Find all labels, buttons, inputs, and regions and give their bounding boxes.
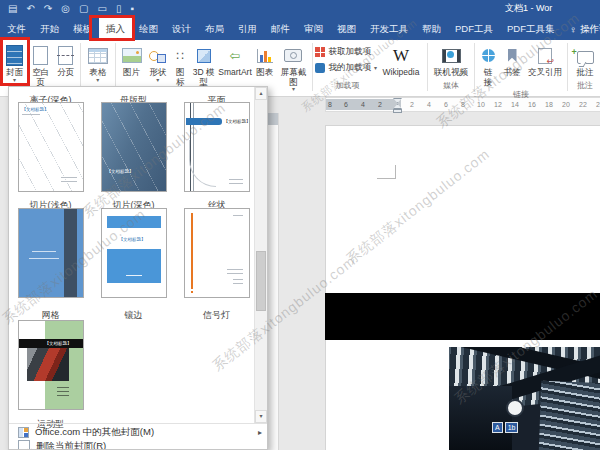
ruler-number: 4	[427, 101, 431, 108]
save-icon[interactable]: ▤	[8, 1, 17, 17]
station-photo[interactable]: A 1b	[449, 347, 600, 450]
icons-button[interactable]: ∷ 图 标	[170, 42, 190, 88]
cover-thumb-semaphore	[184, 208, 250, 298]
undo-icon[interactable]: ↶	[26, 1, 34, 17]
tab-file[interactable]: 文件	[0, 18, 33, 40]
scroll-down-icon[interactable]: ▾	[255, 410, 267, 423]
gallery-item-semaphore[interactable]	[175, 208, 258, 298]
open-icon[interactable]: ▭	[97, 1, 106, 17]
wikipedia-button[interactable]: W Wikipedia	[377, 42, 425, 79]
menu-more-covers[interactable]: Office.com 中的其他封面(M) ▸	[9, 425, 267, 440]
tab-design[interactable]: 设计	[165, 18, 198, 40]
cover-page-button[interactable]: 封面 ▾	[2, 42, 27, 84]
gallery-item-filament[interactable]: 【文档标题】	[175, 102, 258, 192]
scrollbar-thumb[interactable]	[256, 251, 266, 311]
title-bar: ▤ ↶ ↷ ◎ ▢ ▭ ▯ ▪ 文档1 - Wor	[0, 0, 600, 18]
cross-reference-icon	[538, 48, 552, 64]
gallery-item-motion[interactable]: 【文档标题】	[9, 320, 92, 410]
wikipedia-icon: W	[393, 47, 409, 65]
page-break-icon	[58, 46, 73, 65]
tab-view[interactable]: 视图	[330, 18, 363, 40]
table-icon	[88, 48, 108, 64]
gallery-item-grid[interactable]	[9, 208, 92, 298]
page-break-button[interactable]: 分页	[54, 42, 77, 79]
photo-escalator	[538, 381, 600, 450]
left-indent-marker[interactable]	[393, 109, 402, 113]
customize-qat-icon[interactable]: ▪	[130, 1, 134, 17]
new-document-icon[interactable]: ▢	[79, 1, 88, 17]
more-covers-label: Office.com 中的其他封面(M)	[35, 426, 154, 439]
store-icon	[315, 47, 325, 57]
tab-home[interactable]: 开始	[33, 18, 66, 40]
tab-help[interactable]: 帮助	[415, 18, 448, 40]
lightbulb-icon: ♀	[570, 24, 578, 35]
cross-reference-button[interactable]: 交叉引用	[525, 42, 565, 79]
link-button[interactable]: 链 接	[477, 42, 499, 88]
redo-icon[interactable]: ↷	[44, 1, 52, 17]
icons-label: 图 标	[176, 68, 185, 87]
pictures-icon	[122, 48, 142, 63]
gallery-item-slice-dark[interactable]: 【文档标题】	[92, 102, 175, 192]
scroll-up-icon[interactable]: ▴	[255, 87, 267, 100]
menu-separator	[9, 423, 267, 424]
tab-pdf-toolset[interactable]: PDF工具集	[500, 18, 562, 40]
tab-review[interactable]: 审阅	[297, 18, 330, 40]
3d-models-button[interactable]: 3D 模 型	[190, 42, 217, 88]
remove-cover-label: 删除当前封面(R)	[36, 440, 106, 450]
tab-pdf-tools[interactable]: PDF工具	[448, 18, 500, 40]
cover-thumb-motion: 【文档标题】	[18, 320, 84, 410]
tab-template[interactable]: 模板	[66, 18, 99, 40]
gallery-label-banded[interactable]: 镶边	[92, 304, 175, 322]
screenshot-button[interactable]: 屏幕截图 ▾	[276, 42, 310, 93]
cover-page-gallery: 离子(深色) 母版型 平面 【文档标题】 【文档标题】 【文档标题】	[8, 86, 268, 450]
bookmark-icon	[508, 49, 517, 62]
tab-layout[interactable]: 布局	[198, 18, 231, 40]
comment-icon	[577, 51, 594, 64]
ruler-number: 20	[562, 101, 570, 108]
blank-page-icon	[33, 46, 48, 65]
media-group-label: 媒体	[430, 80, 472, 91]
group-divider	[80, 43, 81, 91]
blank-page-button[interactable]: 空白页	[27, 42, 54, 88]
ruler-number: 24	[596, 101, 600, 108]
gallery-label-semaphore[interactable]: 信号灯	[175, 304, 258, 322]
3d-models-label: 3D 模 型	[193, 68, 215, 87]
online-video-icon	[442, 49, 461, 63]
tab-mailings[interactable]: 邮件	[264, 18, 297, 40]
my-addins-button[interactable]: 我的加载项 ▾	[315, 62, 377, 74]
ruler-number: 6	[444, 101, 448, 108]
touch-mode-icon[interactable]: ▯	[116, 1, 122, 17]
get-addins-button[interactable]: 获取加载项	[315, 46, 377, 58]
tab-references[interactable]: 引用	[231, 18, 264, 40]
group-divider	[115, 43, 116, 91]
wikipedia-label: Wikipedia	[383, 68, 420, 78]
print-preview-icon[interactable]: ◎	[61, 1, 70, 17]
tab-insert[interactable]: 插入	[99, 18, 132, 40]
menu-remove-cover[interactable]: ✕ 删除当前封面(R)	[9, 439, 267, 450]
gallery-item-slice-light[interactable]: 【文档标题】	[9, 102, 92, 192]
links-group-label: 链接	[477, 89, 565, 100]
online-video-button[interactable]: 联机视频	[430, 42, 472, 79]
3d-model-icon	[197, 49, 211, 63]
tab-draw[interactable]: 绘图	[132, 18, 165, 40]
gallery-scrollbar[interactable]: ▴ ▾	[254, 87, 267, 423]
chart-button[interactable]: 图表	[253, 42, 276, 79]
shapes-button[interactable]: 形状 ▾	[145, 42, 170, 84]
submenu-arrow-icon: ▸	[258, 428, 262, 437]
ruler-number: 22	[579, 101, 587, 108]
tab-developer[interactable]: 开发工具	[363, 18, 415, 40]
my-addins-label: 我的加载项	[328, 62, 371, 74]
black-rectangle-shape[interactable]	[325, 293, 600, 340]
gallery-item-banded[interactable]: 【文档标题】	[92, 208, 175, 298]
comment-button[interactable]: 批注	[570, 42, 600, 79]
online-video-label: 联机视频	[434, 68, 468, 78]
pictures-button[interactable]: 图片	[118, 42, 145, 79]
bookmark-button[interactable]: 书签	[499, 42, 525, 79]
platform-sign-a: A	[492, 422, 503, 433]
smartart-button[interactable]: ⇦ SmartArt	[217, 42, 253, 79]
cover-page-icon	[6, 45, 23, 66]
addins-group: 获取加载项 我的加载项 ▾ W Wikipedia 加载项	[315, 42, 425, 91]
table-button[interactable]: 表格 ▾	[83, 42, 114, 84]
ruler-number: 18	[545, 101, 553, 108]
tell-me-search[interactable]: ♀ 操作说明搜索	[564, 18, 600, 40]
